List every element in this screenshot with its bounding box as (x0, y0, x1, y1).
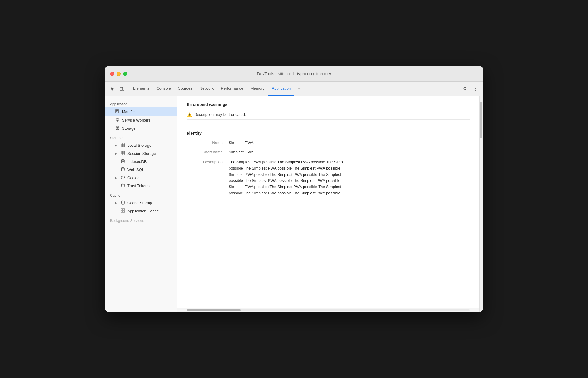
field-row-description: Description The Simplest PWA possible Th… (187, 159, 470, 196)
close-button[interactable] (110, 72, 114, 76)
toolbar: Elements Console Sources Network Perform… (105, 82, 483, 96)
content-area-row: Errors and warnings ⚠️ Description may b… (177, 96, 483, 312)
database-icon (115, 126, 120, 131)
svg-rect-9 (121, 145, 123, 147)
warning-icon: ⚠️ (187, 112, 192, 117)
document-icon (115, 109, 120, 115)
cursor-icon[interactable] (108, 84, 117, 94)
settings-icon[interactable]: ⚙ (460, 84, 470, 94)
tab-memory[interactable]: Memory (247, 82, 268, 96)
svg-rect-13 (121, 153, 123, 155)
minimize-button[interactable] (117, 72, 121, 76)
identity-section: Identity Name Simplest PWA Short name Si… (187, 131, 470, 196)
field-row-name: Name Simplest PWA (187, 140, 470, 145)
svg-point-18 (122, 177, 123, 177)
svg-rect-8 (123, 143, 125, 145)
warning-message: Description may be truncated. (194, 112, 246, 117)
scrollbar-track (187, 309, 470, 311)
svg-rect-24 (123, 209, 125, 210)
tab-application[interactable]: Application (268, 82, 295, 96)
sidebar-item-trust-tokens[interactable]: ▶ Trust Tokens (105, 182, 177, 190)
title-bar: DevTools - stitch-glib-typhoon.glitch.me… (105, 66, 483, 82)
svg-point-19 (123, 177, 124, 177)
svg-rect-10 (123, 145, 125, 147)
sidebar-item-cache-storage[interactable]: ▶ Cache Storage (105, 199, 177, 207)
sidebar-item-service-workers[interactable]: Service Workers (105, 116, 177, 124)
session-storage-label: Session Storage (127, 151, 156, 156)
warning-box: ⚠️ Description may be truncated. (187, 110, 470, 120)
database-small-icon (120, 159, 126, 164)
cookie-icon (120, 175, 126, 180)
svg-point-22 (121, 201, 124, 202)
main-area: Application Manifest (105, 96, 483, 312)
content-panel: Errors and warnings ⚠️ Description may b… (177, 96, 479, 308)
svg-point-6 (116, 126, 119, 128)
toolbar-divider (128, 85, 128, 93)
svg-rect-1 (123, 88, 124, 90)
content-wrapper: Errors and warnings ⚠️ Description may b… (177, 96, 479, 312)
sidebar-item-application-cache[interactable]: ▶ Application Cache (105, 207, 177, 215)
sidebar-section-cache: Cache (105, 190, 177, 199)
trust-tokens-label: Trust Tokens (127, 184, 150, 188)
tab-more[interactable]: » (294, 82, 304, 96)
sidebar-item-indexeddb[interactable]: ▶ IndexedDB (105, 158, 177, 166)
section-divider (187, 126, 470, 126)
svg-point-15 (121, 160, 124, 161)
sidebar-item-manifest[interactable]: Manifest (105, 107, 177, 116)
sidebar-item-local-storage[interactable]: ▶ Local Storage (105, 141, 177, 149)
device-toggle-icon[interactable] (117, 84, 127, 94)
short-name-value: Simplest PWA (229, 150, 470, 154)
svg-point-17 (121, 176, 125, 179)
svg-rect-25 (121, 211, 123, 212)
sidebar: Application Manifest (105, 96, 177, 312)
svg-rect-0 (120, 87, 123, 90)
cache-storage-label: Cache Storage (127, 201, 153, 205)
name-value: Simplest PWA (229, 140, 470, 145)
devtools-window: DevTools - stitch-glib-typhoon.glitch.me… (105, 66, 483, 312)
traffic-lights (110, 72, 127, 76)
tab-performance[interactable]: Performance (217, 82, 247, 96)
sidebar-section-background-services: Background Services (105, 215, 177, 224)
svg-rect-23 (121, 209, 123, 210)
expand-arrow-icon: ▶ (115, 152, 118, 155)
short-name-label: Short name (187, 150, 229, 154)
svg-rect-2 (116, 109, 118, 113)
grid-icon2 (120, 208, 126, 214)
local-storage-label: Local Storage (127, 143, 151, 148)
web-sql-label: Web SQL (127, 167, 144, 172)
cookies-label: Cookies (127, 176, 141, 180)
maximize-button[interactable] (123, 72, 127, 76)
v-scrollbar-thumb[interactable] (480, 102, 482, 138)
expand-arrow-icon: ▶ (115, 176, 118, 179)
database-small-icon2 (120, 167, 126, 172)
tab-network[interactable]: Network (196, 82, 218, 96)
svg-rect-4 (116, 111, 117, 112)
tab-sources[interactable]: Sources (174, 82, 196, 96)
toolbar-divider-right (459, 85, 459, 93)
sidebar-item-storage-top[interactable]: Storage (105, 124, 177, 132)
tab-elements[interactable]: Elements (129, 82, 153, 96)
sidebar-item-cookies[interactable]: ▶ Cookies (105, 174, 177, 182)
scrollbar-thumb[interactable] (187, 309, 241, 311)
name-label: Name (187, 140, 229, 145)
errors-warnings-header: Errors and warnings (187, 102, 470, 107)
sidebar-item-web-sql[interactable]: ▶ Web SQL (105, 166, 177, 174)
gear-icon (115, 118, 120, 123)
application-cache-label: Application Cache (127, 209, 159, 213)
tab-console[interactable]: Console (153, 82, 174, 96)
horizontal-scrollbar[interactable] (177, 308, 479, 312)
grid-icon (120, 151, 126, 156)
storage-top-label: Storage (122, 126, 136, 130)
vertical-scrollbar[interactable] (479, 96, 483, 312)
grid-icon (120, 143, 126, 148)
description-value: The Simplest PWA possible The Simplest P… (229, 159, 470, 196)
svg-rect-3 (116, 110, 118, 111)
svg-point-21 (121, 184, 124, 185)
svg-rect-26 (123, 211, 125, 212)
sidebar-section-application: Application (105, 98, 177, 107)
service-workers-label: Service Workers (122, 118, 150, 122)
sidebar-item-session-storage[interactable]: ▶ Session Storage (105, 149, 177, 158)
svg-rect-7 (121, 143, 123, 145)
description-label: Description (187, 160, 229, 164)
more-options-icon[interactable]: ⋮ (471, 84, 480, 94)
